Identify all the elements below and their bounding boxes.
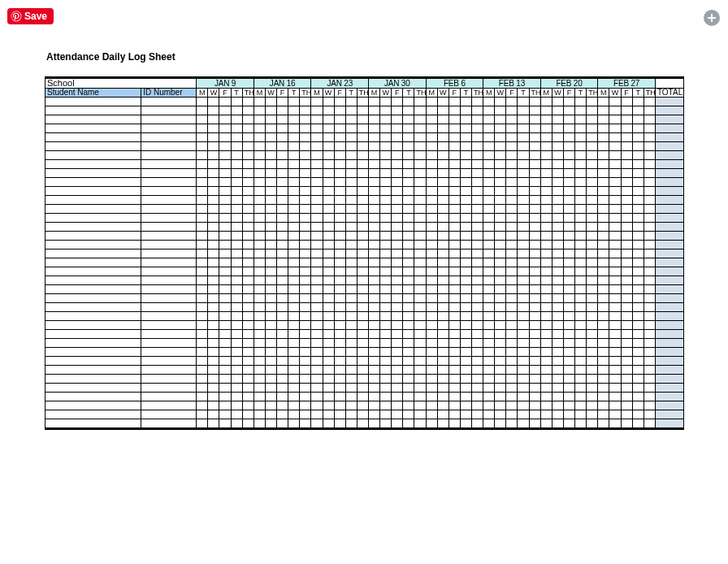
- attendance-cell[interactable]: [369, 401, 380, 410]
- attendance-cell[interactable]: [300, 401, 311, 410]
- attendance-cell[interactable]: [529, 276, 540, 285]
- attendance-cell[interactable]: [483, 98, 495, 106]
- attendance-cell[interactable]: [426, 258, 437, 267]
- attendance-cell[interactable]: [518, 142, 529, 151]
- attendance-cell[interactable]: [540, 348, 552, 357]
- attendance-cell[interactable]: [208, 312, 219, 321]
- attendance-cell[interactable]: [197, 187, 208, 196]
- attendance-cell[interactable]: [563, 321, 574, 330]
- student-name-cell[interactable]: [46, 151, 141, 160]
- attendance-cell[interactable]: [254, 249, 265, 258]
- attendance-cell[interactable]: [448, 384, 460, 393]
- attendance-cell[interactable]: [231, 169, 242, 178]
- attendance-cell[interactable]: [495, 115, 506, 124]
- attendance-cell[interactable]: [598, 133, 609, 142]
- attendance-cell[interactable]: [483, 267, 495, 276]
- attendance-cell[interactable]: [357, 169, 368, 178]
- attendance-cell[interactable]: [483, 232, 495, 241]
- attendance-cell[interactable]: [483, 393, 495, 401]
- attendance-cell[interactable]: [323, 196, 334, 205]
- attendance-cell[interactable]: [483, 419, 495, 428]
- attendance-cell[interactable]: [472, 366, 483, 375]
- attendance-cell[interactable]: [437, 214, 448, 223]
- attendance-cell[interactable]: [460, 357, 471, 366]
- attendance-cell[interactable]: [265, 98, 276, 106]
- attendance-cell[interactable]: [540, 393, 552, 401]
- attendance-cell[interactable]: [357, 258, 368, 267]
- attendance-cell[interactable]: [609, 285, 621, 294]
- attendance-cell[interactable]: [300, 115, 311, 124]
- attendance-cell[interactable]: [265, 401, 276, 410]
- attendance-cell[interactable]: [483, 330, 495, 339]
- attendance-cell[interactable]: [540, 384, 552, 393]
- attendance-cell[interactable]: [369, 330, 380, 339]
- attendance-cell[interactable]: [632, 142, 644, 151]
- attendance-cell[interactable]: [288, 330, 300, 339]
- attendance-cell[interactable]: [426, 124, 437, 133]
- attendance-cell[interactable]: [380, 312, 392, 321]
- attendance-cell[interactable]: [506, 124, 518, 133]
- attendance-cell[interactable]: [265, 258, 276, 267]
- attendance-cell[interactable]: [472, 178, 483, 187]
- attendance-cell[interactable]: [506, 384, 518, 393]
- attendance-cell[interactable]: [392, 357, 403, 366]
- attendance-cell[interactable]: [357, 401, 368, 410]
- attendance-cell[interactable]: [575, 151, 587, 160]
- attendance-cell[interactable]: [563, 410, 574, 419]
- attendance-cell[interactable]: [632, 339, 644, 348]
- attendance-cell[interactable]: [254, 401, 265, 410]
- attendance-cell[interactable]: [483, 321, 495, 330]
- attendance-cell[interactable]: [448, 151, 460, 160]
- attendance-cell[interactable]: [552, 321, 563, 330]
- attendance-cell[interactable]: [323, 232, 334, 241]
- attendance-cell[interactable]: [632, 258, 644, 267]
- attendance-cell[interactable]: [460, 223, 471, 232]
- attendance-cell[interactable]: [632, 357, 644, 366]
- attendance-cell[interactable]: [288, 384, 300, 393]
- attendance-cell[interactable]: [323, 294, 334, 303]
- attendance-cell[interactable]: [518, 133, 529, 142]
- attendance-cell[interactable]: [460, 142, 471, 151]
- attendance-cell[interactable]: [495, 366, 506, 375]
- attendance-cell[interactable]: [323, 330, 334, 339]
- attendance-cell[interactable]: [345, 410, 357, 419]
- attendance-cell[interactable]: [563, 98, 574, 106]
- attendance-cell[interactable]: [609, 178, 621, 187]
- attendance-cell[interactable]: [197, 375, 208, 384]
- attendance-cell[interactable]: [495, 410, 506, 419]
- attendance-cell[interactable]: [529, 241, 540, 249]
- attendance-cell[interactable]: [644, 241, 655, 249]
- attendance-cell[interactable]: [197, 106, 208, 115]
- attendance-cell[interactable]: [575, 276, 587, 285]
- attendance-cell[interactable]: [323, 124, 334, 133]
- attendance-cell[interactable]: [369, 223, 380, 232]
- attendance-cell[interactable]: [609, 348, 621, 357]
- attendance-cell[interactable]: [392, 124, 403, 133]
- attendance-cell[interactable]: [231, 205, 242, 214]
- attendance-cell[interactable]: [219, 151, 231, 160]
- attendance-cell[interactable]: [472, 196, 483, 205]
- attendance-cell[interactable]: [587, 124, 598, 133]
- attendance-cell[interactable]: [242, 232, 254, 241]
- attendance-cell[interactable]: [323, 187, 334, 196]
- attendance-cell[interactable]: [311, 312, 323, 321]
- attendance-cell[interactable]: [197, 214, 208, 223]
- id-number-cell[interactable]: [141, 115, 197, 124]
- attendance-cell[interactable]: [300, 178, 311, 187]
- attendance-cell[interactable]: [460, 258, 471, 267]
- attendance-cell[interactable]: [552, 151, 563, 160]
- attendance-cell[interactable]: [437, 312, 448, 321]
- attendance-cell[interactable]: [277, 249, 288, 258]
- attendance-cell[interactable]: [598, 196, 609, 205]
- attendance-cell[interactable]: [288, 312, 300, 321]
- attendance-cell[interactable]: [300, 214, 311, 223]
- student-name-cell[interactable]: [46, 142, 141, 151]
- attendance-cell[interactable]: [437, 98, 448, 106]
- attendance-cell[interactable]: [563, 232, 574, 241]
- attendance-cell[interactable]: [311, 303, 323, 312]
- attendance-cell[interactable]: [311, 142, 323, 151]
- attendance-cell[interactable]: [334, 241, 345, 249]
- attendance-cell[interactable]: [587, 241, 598, 249]
- attendance-cell[interactable]: [414, 321, 426, 330]
- attendance-cell[interactable]: [219, 160, 231, 169]
